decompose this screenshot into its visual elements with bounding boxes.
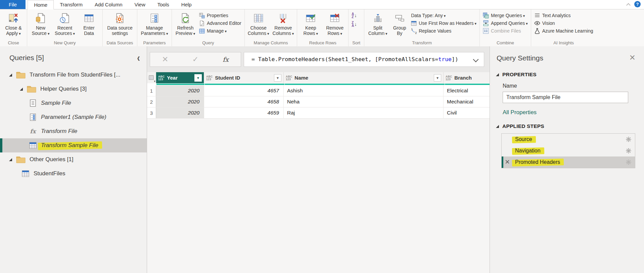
button-label: Keep [305,25,316,31]
merge-queries-button[interactable]: Merge Queries [483,12,528,19]
choose-columns-button[interactable]: Choose Columns [246,10,271,36]
vision-button[interactable]: Vision [534,19,593,27]
row-number[interactable]: 2 [147,96,156,107]
table-row[interactable]: 2 2020 4658 Neha Mechanical [147,96,490,107]
formula-cancel-icon[interactable] [162,55,168,64]
ribbon-group-label-combine: Combine [481,40,529,46]
column-header-student-id[interactable]: ABC123 Student ID [204,72,284,83]
cell-student-id[interactable]: 4658 [204,96,284,107]
help-icon[interactable]: ? [634,1,641,7]
use-first-row-as-headers-button[interactable]: Use First Row as Headers [411,19,476,27]
expand-triangle-icon[interactable] [9,74,12,77]
step-settings-gear-icon[interactable] [626,148,632,154]
cell-student-id[interactable]: 4657 [204,85,284,96]
expand-triangle-icon[interactable] [20,88,23,91]
data-source-settings-button[interactable]: Data source settings [104,10,135,36]
cell-branch[interactable]: Mechanical [444,96,490,107]
collapse-triangle-icon[interactable] [496,125,499,128]
step-settings-gear-icon[interactable] [626,159,632,165]
row-number[interactable]: 3 [147,107,156,118]
properties-button[interactable]: Properties [199,12,241,19]
query-item-other-queries[interactable]: Other Queries [1] [0,152,147,167]
manage-parameters-button[interactable]: Manage Parameters [139,10,170,36]
table-row[interactable]: 1 2020 4657 Ashish Electrical [147,85,490,96]
split-column-button[interactable]: Split Column [366,10,389,36]
tab-add-column[interactable]: Add Column [89,0,129,9]
formula-commit-icon[interactable] [192,55,198,64]
tab-file[interactable]: File [0,0,26,9]
expand-triangle-icon[interactable] [9,158,12,161]
cell-student-id[interactable]: 4659 [204,107,284,118]
cell-year[interactable]: 2020 [156,85,204,96]
applied-step-promoted-headers[interactable]: Promoted Headers [502,156,635,168]
formula-input[interactable]: = Table.PromoteHeaders(Sheet1_Sheet, [Pr… [244,52,484,67]
data-type-button[interactable]: Data Type: Any [411,12,476,19]
button-label: Split [373,25,382,31]
recent-sources-button[interactable]: Recent Sources [53,10,77,36]
column-header-year[interactable]: ABC123 Year [156,72,204,83]
group-by-button[interactable]: Group By [390,10,409,36]
filter-dropdown-icon[interactable] [274,74,281,82]
query-name-input[interactable] [503,92,628,103]
append-queries-button[interactable]: Append Queries [483,19,528,27]
button-label: Use First Row as Headers [419,20,476,26]
all-properties-link[interactable]: All Properties [490,103,537,117]
replace-values-button[interactable]: 12 Replace Values [411,27,476,35]
button-label: Append Queries [491,20,528,26]
query-item-transform-file[interactable]: fx Transform File [0,124,147,138]
queries-pane: Queries [5] ‹ Transform File from Studen… [0,46,147,273]
row-number[interactable]: 1 [147,85,156,96]
column-name: Student ID [215,75,272,81]
enter-data-button[interactable]: Enter Data [77,10,101,36]
select-all-corner-button[interactable] [147,72,156,83]
sort-descending-button[interactable]: ZA [352,21,357,27]
text-analytics-button[interactable]: Text Analytics [534,12,593,19]
new-source-button[interactable]: New Source [29,10,52,36]
tab-transform[interactable]: Transform [54,0,89,9]
filter-dropdown-icon[interactable] [194,74,202,82]
cell-year[interactable]: 2020 [156,96,204,107]
query-item-transform-sample-file[interactable]: Transform Sample File [0,138,147,152]
applied-step-navigation[interactable]: Navigation [502,145,635,156]
cell-name[interactable]: Neha [284,96,444,107]
tab-tools[interactable]: Tools [151,0,175,9]
cell-branch[interactable]: Civil [444,107,490,118]
collapse-queries-pane-icon[interactable]: ‹ [137,54,140,62]
azure-machine-learning-button[interactable]: Azure Machine Learning [534,27,593,35]
collapse-triangle-icon[interactable] [496,73,499,76]
collapse-ribbon-icon[interactable] [627,2,630,6]
tab-home[interactable]: Home [28,0,54,9]
query-item-transform-file-from-studentfiles[interactable]: Transform File from StudentFiles [... [0,68,147,82]
filter-dropdown-icon[interactable] [434,74,441,82]
table-row[interactable]: 3 2020 4659 Raj Civil [147,107,490,119]
applied-step-source[interactable]: Source [502,134,635,145]
query-item-studentfiles[interactable]: StudentFiles [0,167,147,181]
cell-name[interactable]: Ashish [284,85,444,96]
combine-files-button[interactable]: Combine Files [483,27,528,35]
query-item-sample-file[interactable]: Sample File [0,96,147,110]
query-item-parameter1[interactable]: Parameter1 (Sample File) [0,110,147,124]
remove-rows-button[interactable]: Remove Rows [323,10,347,36]
column-header-branch[interactable]: ABC123 Branch [444,72,490,83]
manage-button[interactable]: Manage [199,27,241,35]
step-settings-gear-icon[interactable] [626,136,632,142]
cell-branch[interactable]: Electrical [444,85,490,96]
formula-fx-icon[interactable] [223,56,229,63]
advanced-editor-button[interactable]: Advanced Editor [199,19,241,27]
query-item-helper-queries[interactable]: Helper Queries [3] [0,82,147,96]
tab-help[interactable]: Help [175,0,198,9]
cell-year[interactable]: 2020 [156,107,204,118]
delete-step-icon[interactable] [505,158,510,166]
close-query-settings-icon[interactable] [629,54,635,62]
formula-expand-icon[interactable] [473,56,479,62]
refresh-preview-button[interactable]: Refresh Preview [174,10,197,36]
remove-columns-button[interactable]: Remove Columns [271,10,295,36]
cell-name[interactable]: Raj [284,107,444,118]
ribbon-group-label-ai-insights: AI Insights [533,40,595,46]
close-and-apply-button[interactable]: Close & Apply [2,10,25,36]
keep-rows-button[interactable]: Keep Rows [299,10,322,36]
column-header-name[interactable]: ABC123 Name [284,72,444,83]
sort-ascending-button[interactable]: AZ [352,12,357,18]
query-item-label: StudentFiles [34,170,65,177]
tab-view[interactable]: View [129,0,151,9]
